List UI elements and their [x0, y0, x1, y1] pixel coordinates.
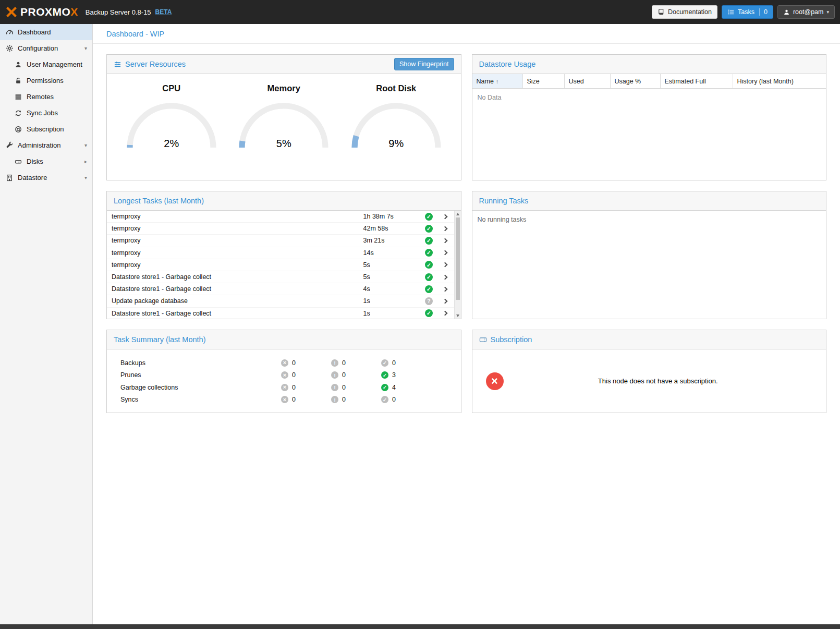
sidebar: Dashboard Configuration ▾ User Managemen…: [0, 24, 93, 624]
root-disk-gauge: Root Disk 9%: [340, 78, 453, 180]
subscription-body: This node does not have a subscription.: [472, 349, 826, 413]
chevron-right-icon[interactable]: [439, 299, 452, 303]
sidebar-item-sync-jobs[interactable]: Sync Jobs: [0, 105, 92, 121]
documentation-button[interactable]: Documentation: [652, 5, 717, 19]
no-data-text: No Data: [472, 89, 826, 106]
product-version: Backup Server 0.8-15: [86, 8, 151, 16]
warning-count: 0: [342, 384, 346, 391]
documentation-label: Documentation: [668, 8, 712, 16]
task-status-icon: [425, 249, 433, 257]
summary-label: Backups: [120, 359, 281, 367]
chevron-right-icon[interactable]: [439, 263, 452, 267]
sidebar-item-remotes[interactable]: Remotes: [0, 89, 92, 105]
sidebar-item-label: Permissions: [27, 77, 64, 84]
sidebar-item-subscription[interactable]: Subscription: [0, 121, 92, 137]
sort-asc-icon: ↑: [496, 78, 499, 84]
gauge-label: Root Disk: [340, 83, 453, 93]
brand-wordmark: PROXMOX: [20, 6, 78, 18]
task-row[interactable]: Datastore store1 - Garbage collect 1s: [107, 308, 454, 319]
column-header-size[interactable]: Size: [523, 74, 565, 88]
sidebar-item-label: Configuration: [18, 44, 58, 52]
task-duration: 14s: [363, 249, 420, 257]
proxmox-logo: PROXMOX: [5, 6, 78, 18]
panel-title: Running Tasks: [479, 197, 529, 205]
unlock-icon: [14, 77, 22, 85]
column-header-estimated-full[interactable]: Estimated Full: [661, 74, 733, 88]
tasks-count-badge: 0: [759, 8, 768, 16]
page-titlebar: Dashboard - WIP: [93, 24, 840, 44]
warning-count: 0: [342, 359, 346, 367]
user-menu-button[interactable]: root@pam ▾: [777, 5, 835, 19]
task-row[interactable]: termproxy 3m 21s: [107, 235, 454, 247]
task-duration: 3m 21s: [363, 237, 420, 244]
gauge-value: 5%: [235, 138, 332, 150]
chevron-right-icon[interactable]: [439, 239, 452, 243]
chevron-right-icon[interactable]: [439, 287, 452, 291]
chevron-right-icon[interactable]: [439, 251, 452, 255]
tasks-label: Tasks: [738, 8, 754, 16]
chevron-right-icon[interactable]: [439, 227, 452, 231]
column-header-name[interactable]: Name↑: [472, 74, 523, 88]
resource-gauges: CPU 2% Memory: [107, 74, 461, 180]
sidebar-item-dashboard[interactable]: Dashboard: [0, 24, 92, 40]
wrench-icon: [5, 141, 14, 150]
task-duration: 4s: [363, 285, 420, 293]
task-row[interactable]: Datastore store1 - Garbage collect 5s: [107, 271, 454, 283]
task-duration: 1s: [363, 297, 420, 305]
scrollbar-thumb[interactable]: [456, 217, 460, 300]
subscription-panel: Subscription This node does not have a s…: [472, 330, 827, 413]
task-status-icon: [425, 297, 433, 305]
sidebar-item-administration[interactable]: Administration ▾: [0, 137, 92, 153]
show-fingerprint-button[interactable]: Show Fingerprint: [394, 58, 454, 70]
beta-link[interactable]: BETA: [155, 8, 172, 16]
ok-count: 4: [392, 384, 396, 391]
tachometer-icon: [5, 28, 14, 37]
summary-row[interactable]: Garbage collections 0 0 4: [120, 381, 447, 394]
gauge-label: CPU: [115, 83, 228, 93]
chevron-right-icon[interactable]: [439, 275, 452, 279]
task-row[interactable]: termproxy 42m 58s: [107, 223, 454, 235]
tasks-button[interactable]: Tasks 0: [722, 5, 773, 19]
column-header-used[interactable]: Used: [565, 74, 611, 88]
sidebar-item-disks[interactable]: Disks ▸: [0, 153, 92, 170]
sidebar-item-user-management[interactable]: User Management: [0, 56, 92, 72]
summary-label: Syncs: [120, 396, 281, 403]
task-name: termproxy: [112, 249, 363, 257]
scrollbar[interactable]: [454, 211, 461, 319]
ok-circle-icon: [381, 359, 388, 367]
scroll-down-button[interactable]: [455, 312, 461, 319]
chevron-right-icon[interactable]: [439, 311, 452, 315]
panel-title: Task Summary (last Month): [114, 335, 205, 344]
task-summary-table: Backups 0 0 0 Prunes 0 0 3 Garbage c: [107, 349, 461, 413]
caret-down-icon[interactable]: ▾: [84, 142, 87, 148]
ok-circle-icon: [381, 371, 388, 379]
main-content: Dashboard - WIP Server Resources Show Fi…: [93, 24, 840, 624]
task-row[interactable]: termproxy 14s: [107, 247, 454, 259]
datastore-usage-header: Datastore Usage: [472, 55, 826, 74]
task-row[interactable]: termproxy 1h 38m 7s: [107, 211, 454, 223]
task-row[interactable]: Update package database 1s: [107, 295, 454, 307]
summary-row[interactable]: Prunes 0 0 3: [120, 369, 447, 382]
sidebar-item-label: Remotes: [27, 93, 54, 101]
task-status-icon: [425, 237, 433, 245]
longest-tasks-panel: Longest Tasks (last Month) termproxy 1h …: [106, 191, 461, 319]
caret-right-icon[interactable]: ▸: [84, 159, 87, 164]
chevron-right-icon[interactable]: [439, 215, 452, 219]
caret-down-icon[interactable]: ▾: [84, 175, 87, 180]
summary-row[interactable]: Syncs 0 0 0: [120, 394, 447, 406]
column-header-history[interactable]: History (last Month): [733, 74, 826, 88]
task-name: Datastore store1 - Garbage collect: [112, 285, 363, 293]
caret-down-icon[interactable]: ▾: [84, 45, 87, 51]
task-duration: 5s: [363, 273, 420, 281]
warning-count: 0: [342, 371, 346, 379]
task-row[interactable]: Datastore store1 - Garbage collect 4s: [107, 283, 454, 295]
summary-row[interactable]: Backups 0 0 0: [120, 357, 447, 369]
column-header-usage-pct[interactable]: Usage %: [611, 74, 661, 88]
task-row[interactable]: termproxy 5s: [107, 259, 454, 271]
sidebar-item-configuration[interactable]: Configuration ▾: [0, 40, 92, 56]
server-bars-icon: [14, 93, 22, 101]
scroll-up-button[interactable]: [455, 211, 461, 217]
sidebar-item-permissions[interactable]: Permissions: [0, 72, 92, 89]
sidebar-item-datastore[interactable]: Datastore ▾: [0, 170, 92, 186]
user-icon: [783, 9, 790, 16]
